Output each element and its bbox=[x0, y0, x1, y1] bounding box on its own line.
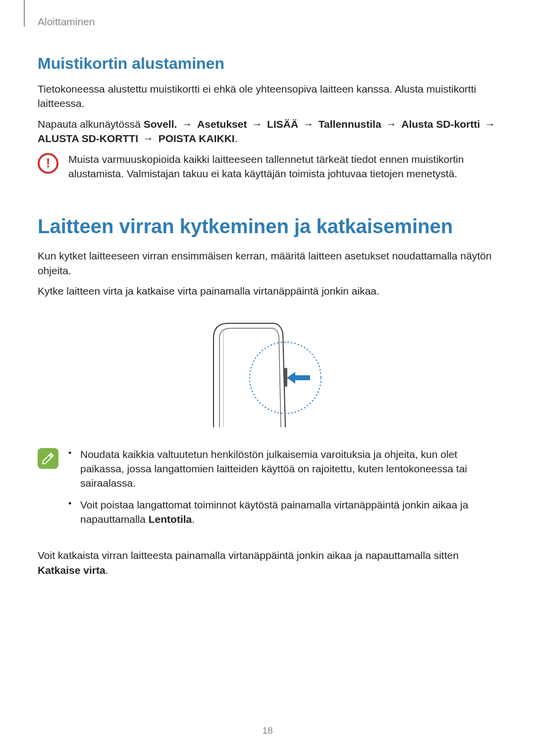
warning-icon: ! bbox=[38, 153, 58, 174]
note-icon bbox=[38, 448, 58, 469]
svg-rect-1 bbox=[284, 368, 287, 387]
section-heading-power: Laitteen virran kytkeminen ja katkaisemi… bbox=[38, 215, 498, 238]
power-off-text: Voit katkaista virran laitteesta painama… bbox=[38, 548, 498, 577]
chapter-name: Aloittaminen bbox=[38, 16, 95, 28]
path-storage: Tallennustila bbox=[319, 118, 381, 130]
arrow-icon: → bbox=[250, 118, 264, 130]
note-callout: Noudata kaikkia valtuutetun henkilöstön … bbox=[38, 447, 498, 540]
arrow-icon: → bbox=[141, 133, 156, 144]
power-first-use-text: Kun kytket laitteeseen virran ensimmäise… bbox=[38, 249, 498, 278]
path-settings: Asetukset bbox=[197, 118, 247, 130]
flight-mode-label: Lentotila bbox=[149, 513, 192, 525]
warning-callout: ! Muista varmuuskopioida kaikki laittees… bbox=[38, 152, 498, 181]
path-format-sd: Alusta SD-kortti bbox=[401, 118, 480, 130]
text-prefix: Voit katkaista virran laitteesta painama… bbox=[38, 550, 459, 561]
section-heading-format: Muistikortin alustaminen bbox=[38, 54, 498, 73]
note-bullet-flight-mode: Voit poistaa langattomat toiminnot käytö… bbox=[68, 498, 498, 527]
path-apps: Sovell. bbox=[144, 118, 177, 130]
text-prefix: Voit poistaa langattomat toiminnot käytö… bbox=[80, 499, 468, 525]
format-path-text: Napauta alkunäytössä Sovell. → Asetukset… bbox=[38, 117, 498, 146]
path-more: LISÄÄ bbox=[267, 118, 298, 130]
power-off-label: Katkaise virta bbox=[38, 564, 106, 576]
text-prefix: Napauta alkunäytössä bbox=[38, 118, 144, 130]
path-format-sd-confirm: ALUSTA SD-KORTTI bbox=[38, 133, 138, 144]
note-bullet-restricted: Noudata kaikkia valtuutetun henkilöstön … bbox=[68, 447, 498, 491]
format-intro-text: Tietokoneessa alustettu muistikortti ei … bbox=[38, 82, 498, 111]
warning-text: Muista varmuuskopioida kaikki laitteesee… bbox=[68, 152, 498, 181]
arrow-icon: → bbox=[384, 118, 398, 130]
note-bullet-list: Noudata kaikkia valtuutetun henkilöstön … bbox=[68, 447, 498, 534]
path-delete-all: POISTA KAIKKI bbox=[159, 133, 235, 144]
device-power-button-figure bbox=[38, 313, 498, 432]
arrow-icon: → bbox=[180, 118, 194, 130]
page-content: Muistikortin alustaminen Tietokoneessa a… bbox=[38, 54, 498, 583]
arrow-icon: → bbox=[301, 118, 316, 130]
arrow-icon: → bbox=[483, 118, 497, 130]
power-toggle-text: Kytke laitteen virta ja katkaise virta p… bbox=[38, 284, 498, 298]
page-number: 18 bbox=[0, 725, 535, 736]
page-margin-rule bbox=[24, 0, 25, 27]
